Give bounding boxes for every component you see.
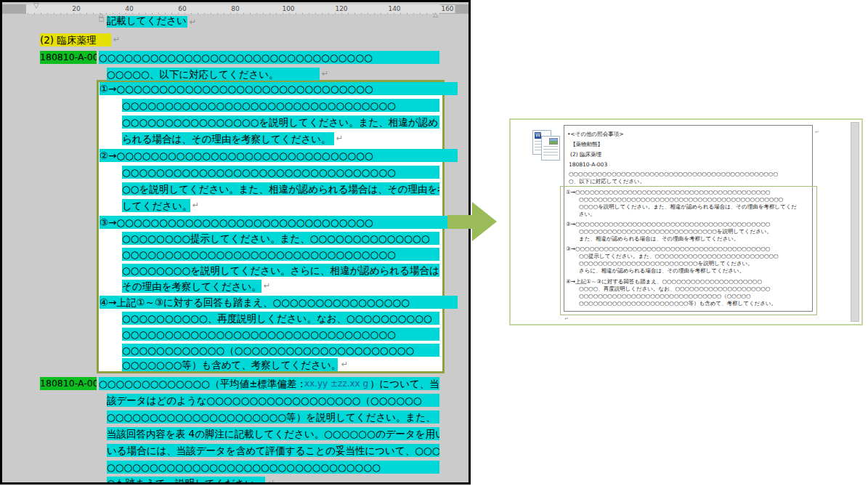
preview-line: 【薬物動態】 xyxy=(570,141,603,147)
ruler-number: 80 xyxy=(230,5,240,13)
preview-item-2-line: ○○○○○○○○○○○○○○○○○○○○○○○○○○○○○を説明してください。 xyxy=(579,228,772,235)
section-heading: (2) 臨床薬理 xyxy=(40,33,111,46)
vertical-scrollbar[interactable] xyxy=(851,122,859,322)
left-indent-marker[interactable]: □ xyxy=(99,17,105,23)
item-1-line: られる場合は、その理由を考察してください。 xyxy=(122,132,334,145)
preview-item-4-line: ○○○○○○○○○○○○○○○○○○○○○○○○○○○○○○（○○○○○ xyxy=(579,293,751,299)
ruler-number: 20 xyxy=(70,5,81,13)
preview-item-1-line: ○○○○○○○○○○○○○○○○○○○○○○○○○○○○○○○○○○○○○○○○… xyxy=(579,196,783,203)
item-3-line: ○○○○○○○○○○○○○○○○○○○○○○○○○○○○○○○○ xyxy=(122,248,439,261)
preview-line: •<その他の照会事項> xyxy=(567,131,624,137)
text-line: 該データはどのような○○○○○○○○○○○○○○○○○○（○○○○○○ xyxy=(107,394,439,407)
item-4-line: ○○○○○○○○○○○○○○○○○○○○○○○○○○○○○○○○ xyxy=(122,328,439,341)
ruler-number: 100 xyxy=(280,5,296,13)
item-1-line: ○○○○○○○○○○○○○○○○を説明してください。また、相違が認め xyxy=(122,116,439,129)
item-3-line: ○○○○○○○○を説明してください。さらに、相違が認められる場合は、 xyxy=(122,264,439,277)
text-line: ○○○○○○○○○○○○○○○○○○○○○○○○○○○○○○○○ xyxy=(107,461,439,474)
ruler-number: 160 xyxy=(439,5,455,13)
preview-item-4-line: ④→上記①～③に対する回答も踏まえ、○○○○○○○○○○○○○○○○○○○○○ xyxy=(566,278,762,285)
paragraph-mark: ↵ xyxy=(264,280,270,293)
item-3-line: ③→○○○○○○○○○○○○○○○○○○○○○○○○○○○○○○ xyxy=(100,216,458,229)
paragraph-mark: ↵ xyxy=(815,129,819,135)
arrow-head xyxy=(472,202,497,241)
query-id-label: 180810-A-004 xyxy=(40,377,97,390)
text-line: ○○○○○、以下に対応してください。 xyxy=(107,68,320,81)
text-line: 記載してください。 xyxy=(107,16,187,28)
ruler-number: 120 xyxy=(333,5,349,13)
word-document-before-panel: 20 40 60 80 100 120 140 160 ▽ △ □ △ 記載して… xyxy=(0,0,471,485)
word-document-icon[interactable]: W xyxy=(531,130,563,161)
paragraph-mark: ↵ xyxy=(336,132,343,145)
item-4-line: ④→上記①～③に対する回答も踏まえ、○○○○○○○○○○○○○○○○ xyxy=(100,296,458,309)
paragraph-mark: ↵ xyxy=(268,477,275,485)
preview-line: ○、以下に対応してください。 xyxy=(569,178,645,185)
measurement-value: xx.yy ±zz.xx g xyxy=(304,377,370,390)
text-line: ○も踏まえて、説明してください。 xyxy=(107,477,265,485)
text-line: 当該回答内容を表 4の脚注に記載してください。○○○○○○のデータを用いて xyxy=(107,427,439,440)
preview-item-3-line: さらに、相違が認められる場合は、その理由を考察してください。 xyxy=(579,267,745,274)
item-2-line: ○○を説明してください。また、相違が認められる場合は、その理由を考察 xyxy=(122,182,439,195)
ruler-number: 40 xyxy=(123,5,134,13)
item-4-line: ○○○○○○○等）も含めて、考察してください。 xyxy=(122,358,338,371)
preview-item-3-line: ③→○○○○○○○○○○○○○○○○○○○○○○○○○○○○○○○○○○○○○○… xyxy=(566,246,770,252)
item-2-line: ○○○○○○○○○○○○○○○○○○○○○○○○○○○○○○○○ xyxy=(122,166,439,179)
preview-line: 180810-A-003 xyxy=(569,161,607,168)
preview-item-2-line: ②→○○○○○○○○○○○○○○○○○○○○○○○○○○○○○○○○○○○○○○… xyxy=(566,221,770,227)
ruler-number: 60 xyxy=(177,5,187,13)
item-1-line: ①→○○○○○○○○○○○○○○○○○○○○○○○○○○○○○○ xyxy=(100,82,458,95)
item-3-line: ○○○○○○○○提示してください。また、○○○○○○○○○○○○○○ xyxy=(122,232,439,245)
preview-line: (2) 臨床薬理 xyxy=(570,151,601,158)
picture-icon xyxy=(549,138,558,145)
paragraph-mark: ↵ xyxy=(113,33,120,46)
item-2-line: ②→○○○○○○○○○○○○○○○○○○○○○○○○○○○○○○ xyxy=(100,149,458,162)
document-page-icon xyxy=(541,136,560,161)
preview-line: ○○○○○○○○○○○○○○○○○○○○○○○○○○○○○○○○○○○○○○○○… xyxy=(569,171,778,177)
text-line: いる場合には、当該データを含めて評価することの妥当性について、○○○○○ xyxy=(107,444,439,457)
paragraph-mark: ↵ xyxy=(190,16,196,29)
paragraph-mark: ↵ xyxy=(341,358,348,371)
arrow-tail xyxy=(447,215,474,229)
preview-item-3-line: ○○○○○○○○○○○○○○○○○○○○○○○○○を説明してください。 xyxy=(579,260,753,267)
item-1-line: ○○○○○○○○○○○○○○○○○○○○○○○○○○○○○○○○ xyxy=(122,99,439,112)
preview-item-4-line: ○○○○○○○○○○○○○○○○○○○○○○○等）も含めて、考察してください。 xyxy=(579,300,776,307)
word-document-after-panel: W ↵ ↵ •<その他の照会事項> 【薬物動態】 (2) 臨床薬理 180810… xyxy=(509,118,863,325)
preview-item-1-line: ○○○○を説明してください。また、相違が認められる場合は、その理由を考察してくだ xyxy=(579,203,797,210)
text-line: ○○○○○○○○○○○○○（平均値±標準偏差：xx.yy ±zz.xx g）につ… xyxy=(99,377,439,390)
preview-item-2-line: また、相違が認められる場合は、その理由を考察してください。 xyxy=(579,235,739,242)
preview-item-1-line: ①→○○○○○○○○○○○○○○○○○○○○○○○○○○○○○○○○○○○○○○… xyxy=(566,189,770,195)
word-logo-icon: W xyxy=(535,132,541,139)
preview-item-1-line: さい。 xyxy=(579,211,596,217)
paragraph-mark: ↵ xyxy=(192,199,199,212)
text-line: ○○○○○○○○○○○○○○○○○○○○○○○○○○○○○○○○ xyxy=(99,51,439,64)
first-line-indent-marker[interactable]: ▽ xyxy=(33,2,39,9)
preview-item-4-line: ○○○○、再度説明しください。なお、○○○○○○○○○○○○○○○○○○○○ xyxy=(579,285,770,292)
right-indent-marker[interactable]: △ xyxy=(433,12,438,18)
item-3-line: その理由を考察してください。 xyxy=(122,280,261,293)
screenshot-stage: 20 40 60 80 100 120 140 160 ▽ △ □ △ 記載して… xyxy=(0,0,868,486)
preview-item-3-line: ○○提示してください。また、○○○○○○○○○○○○○○○○○○○○○○○○○○ xyxy=(579,253,779,259)
ruler-number: 140 xyxy=(386,5,402,13)
paragraph-mark: ↵ xyxy=(322,68,328,81)
query-id-label: 180810-A-003 xyxy=(40,51,97,64)
item-4-line: ○○○○○○○○○○○○（○○○○○○○○○○○○○○○○○○○○○ xyxy=(122,344,439,357)
item-4-line: ○○○○○○○○○○、再度説明しください。なお、○○○○○○○○○○ xyxy=(122,312,439,325)
item-2-line: してください。 xyxy=(122,199,190,212)
ruler-left-margin xyxy=(2,4,26,14)
paragraph-mark: ↵ xyxy=(564,316,569,322)
text-line: ○○○○○○○○○○○○○○○○○○○○○等）を説明してください。また、 xyxy=(107,410,439,424)
